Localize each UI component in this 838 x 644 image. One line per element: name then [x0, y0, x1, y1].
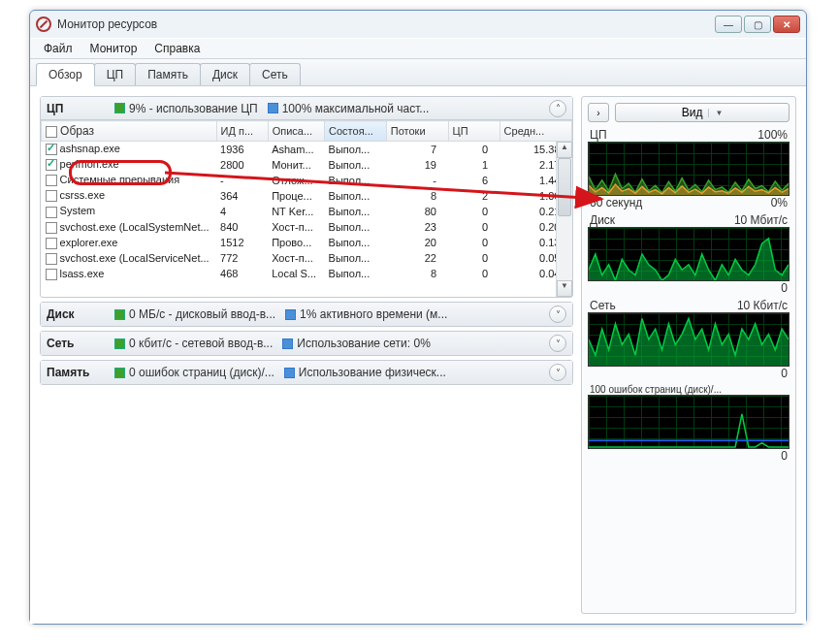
- row-checkbox[interactable]: [46, 269, 57, 280]
- scroll-down-button[interactable]: ▼: [557, 280, 572, 297]
- row-checkbox[interactable]: [46, 159, 57, 171]
- swatch-icon: [282, 338, 293, 349]
- table-row[interactable]: lsass.exe468Local S...Выпол...800.04: [42, 266, 572, 281]
- mem-graph-title: 100 ошибок страниц (диск)/...: [590, 384, 722, 395]
- view-button[interactable]: Вид▼: [615, 103, 790, 122]
- row-checkbox[interactable]: [46, 238, 57, 249]
- disk-expand-button[interactable]: ˅: [549, 306, 566, 323]
- disk-graph-block: Диск10 Мбит/с 0: [588, 213, 790, 295]
- cpu-collapse-button[interactable]: ˄: [549, 100, 566, 117]
- window-title: Монитор ресурсов: [57, 17, 715, 31]
- network-graph-block: Сеть10 Кбит/с 0: [588, 299, 790, 380]
- close-button[interactable]: ✕: [773, 16, 800, 33]
- col-desc[interactable]: Описа...: [268, 121, 324, 142]
- memory-panel: Память 0 ошибок страниц (диск)/... Испол…: [40, 360, 573, 385]
- table-row[interactable]: Системные прерывания-Отлож...Выпол...-61…: [42, 173, 572, 188]
- table-row[interactable]: svchost.exe (LocalSystemNet...840Хост-п.…: [42, 219, 572, 235]
- process-table: Образ ИД п... Описа... Состоя... Потоки …: [41, 120, 572, 282]
- tab-disk[interactable]: Диск: [200, 63, 250, 85]
- col-pid[interactable]: ИД п...: [216, 121, 268, 142]
- table-row[interactable]: svchost.exe (LocalServiceNet...772Хост-п…: [42, 250, 572, 266]
- memory-panel-header[interactable]: Память 0 ошибок страниц (диск)/... Испол…: [41, 361, 572, 384]
- network-expand-button[interactable]: ˅: [549, 335, 566, 352]
- col-status[interactable]: Состоя...: [325, 121, 387, 142]
- col-avg[interactable]: Средн...: [500, 121, 571, 142]
- svg-marker-0: [589, 174, 789, 195]
- disk-stat1: 0 МБ/с - дисковый ввод-в...: [129, 307, 275, 321]
- col-image[interactable]: Образ: [42, 121, 217, 142]
- cpu-panel-header[interactable]: ЦП 9% - использование ЦП 100% максимальн…: [41, 97, 572, 120]
- net-stat1: 0 кбит/с - сетевой ввод-в...: [129, 337, 273, 350]
- col-cpu[interactable]: ЦП: [448, 121, 500, 142]
- menu-monitor[interactable]: Монитор: [82, 40, 145, 57]
- cpu-usage-swatch: [114, 103, 125, 113]
- net-graph-max: 10 Кбит/с: [737, 299, 788, 312]
- disk-stat2: 1% активного времени (м...: [300, 307, 447, 321]
- row-checkbox[interactable]: [46, 144, 57, 155]
- scroll-up-button[interactable]: ▲: [557, 142, 572, 158]
- minimize-button[interactable]: —: [715, 16, 742, 33]
- row-checkbox[interactable]: [46, 175, 57, 186]
- memory-panel-title: Память: [47, 366, 105, 379]
- network-panel-title: Сеть: [47, 337, 105, 350]
- tab-cpu[interactable]: ЦП: [94, 63, 137, 85]
- process-table-wrap: Образ ИД п... Описа... Состоя... Потоки …: [41, 120, 572, 297]
- network-panel: Сеть 0 кбит/с - сетевой ввод-в... Исполь…: [40, 331, 573, 356]
- table-row[interactable]: csrss.exe364Проце...Выпол...821.06: [42, 188, 572, 204]
- cpu-freq-label: 100% максимальной част...: [282, 102, 430, 115]
- menubar: Файл Монитор Справка: [30, 38, 806, 59]
- cpu-graph-title: ЦП: [590, 128, 607, 142]
- window-frame: Монитор ресурсов — ▢ ✕ Файл Монитор Спра…: [29, 10, 807, 625]
- cpu-graph: [588, 142, 790, 196]
- chevron-down-icon: ▼: [708, 109, 723, 117]
- disk-graph-title: Диск: [590, 213, 615, 227]
- cpu-panel-title: ЦП: [47, 102, 105, 115]
- cpu-graph-block: ЦП100% 60 секунд0%: [588, 128, 790, 209]
- memory-expand-button[interactable]: ˅: [549, 364, 566, 381]
- cpu-graph-xright: 0%: [771, 196, 788, 209]
- disk-panel-title: Диск: [47, 307, 105, 321]
- network-graph: [588, 312, 790, 367]
- table-row[interactable]: perfmon.exe2800Монит...Выпол...1912.17: [42, 157, 572, 173]
- mem-graph-zero: 0: [781, 449, 788, 463]
- disk-graph-max: 10 Мбит/с: [734, 213, 788, 227]
- net-graph-zero: 0: [781, 367, 788, 380]
- collapse-graphs-button[interactable]: ›: [588, 103, 609, 122]
- row-checkbox[interactable]: [46, 222, 57, 234]
- cpu-graph-xlabel: 60 секунд: [590, 196, 642, 209]
- svg-marker-2: [589, 239, 789, 280]
- maximize-button[interactable]: ▢: [744, 16, 771, 33]
- row-checkbox[interactable]: [46, 207, 57, 218]
- tab-bar: Обзор ЦП Память Диск Сеть: [30, 59, 806, 86]
- table-row[interactable]: System4NT Ker...Выпол...8000.21: [42, 204, 572, 219]
- tab-memory[interactable]: Память: [135, 63, 201, 85]
- app-icon: [36, 16, 51, 32]
- titlebar[interactable]: Монитор ресурсов — ▢ ✕: [30, 11, 806, 38]
- cpu-panel: ЦП 9% - использование ЦП 100% максимальн…: [40, 96, 573, 298]
- swatch-icon: [284, 368, 295, 378]
- row-checkbox[interactable]: [46, 253, 57, 265]
- row-checkbox[interactable]: [46, 190, 57, 202]
- net-graph-title: Сеть: [590, 299, 616, 312]
- col-threads[interactable]: Потоки: [386, 121, 448, 142]
- header-checkbox[interactable]: [46, 126, 57, 138]
- memory-graph: [588, 395, 790, 449]
- left-pane: ЦП 9% - использование ЦП 100% максимальн…: [40, 96, 573, 614]
- table-row[interactable]: ashsnap.exe1936Asham...Выпол...7015.38: [42, 142, 572, 157]
- network-panel-header[interactable]: Сеть 0 кбит/с - сетевой ввод-в... Исполь…: [41, 332, 572, 355]
- mem-stat1: 0 ошибок страниц (диск)/...: [129, 366, 274, 379]
- tab-network[interactable]: Сеть: [249, 63, 301, 85]
- right-pane: › Вид▼ ЦП100% 60 секунд0% Диск10 Мбит/с …: [581, 96, 796, 614]
- menu-file[interactable]: Файл: [36, 40, 81, 57]
- svg-marker-3: [589, 318, 789, 366]
- tab-overview[interactable]: Обзор: [36, 63, 95, 86]
- swatch-icon: [114, 368, 125, 378]
- disk-panel-header[interactable]: Диск 0 МБ/с - дисковый ввод-в... 1% акти…: [41, 303, 572, 326]
- net-stat2: Использование сети: 0%: [297, 337, 431, 350]
- table-row[interactable]: explorer.exe1512Прово...Выпол...2000.13: [42, 235, 572, 250]
- menu-help[interactable]: Справка: [146, 40, 208, 57]
- swatch-icon: [114, 309, 125, 320]
- scroll-thumb[interactable]: [558, 158, 571, 216]
- table-scrollbar[interactable]: ▲ ▼: [556, 142, 572, 297]
- mem-stat2: Использование физическ...: [299, 366, 446, 379]
